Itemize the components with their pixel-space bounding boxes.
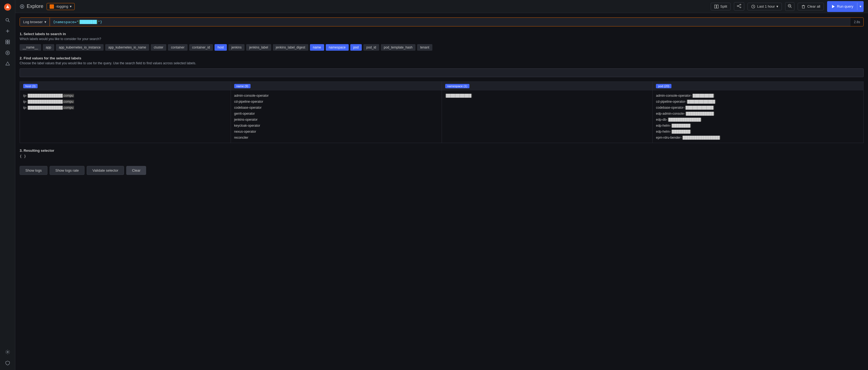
label-tag-cluster[interactable]: cluster	[151, 44, 166, 51]
datasource-selector[interactable]: -logging ▾	[46, 3, 75, 10]
label-tag-container[interactable]: container	[168, 44, 187, 51]
split-button[interactable]: Split	[711, 3, 731, 10]
section-3-title: 3. Resulting selector	[20, 148, 864, 153]
list-item[interactable]: nexus-operator	[231, 129, 442, 135]
sidebar-add[interactable]	[3, 26, 12, 36]
values-search-input[interactable]	[20, 68, 864, 77]
label-tag-pod_id[interactable]: pod_id	[363, 44, 379, 51]
list-item[interactable]: edp-helm-████████	[653, 123, 863, 129]
label-tag-pod_template_hash[interactable]: pod_template_hash	[381, 44, 415, 51]
values-col-pod: pod (20)admin-console-operator-█████████…	[653, 82, 863, 143]
split-label: Split	[720, 4, 727, 8]
show-logs-rate-button[interactable]: Show logs rate	[50, 166, 85, 175]
svg-line-24	[790, 6, 792, 8]
label-tag-container_id[interactable]: container_id	[189, 44, 213, 51]
list-item[interactable]: cd-pipeline-operator	[231, 99, 442, 105]
page-title: Explore	[20, 4, 43, 9]
main-content: Explore -logging ▾ Split	[15, 0, 868, 370]
values-col-items-pod: admin-console-operator-█████████cd-pipel…	[653, 91, 863, 143]
show-logs-button[interactable]: Show logs	[20, 166, 48, 175]
svg-line-3	[8, 21, 9, 22]
badge-namespace: namespace (1)	[445, 84, 469, 88]
values-col-header-host: host (3)	[20, 82, 230, 91]
clock-icon	[751, 4, 755, 9]
section-2-subtitle: Choose the label values that you would l…	[20, 61, 864, 65]
sidebar-dashboards[interactable]	[3, 37, 12, 47]
values-col-namespace: namespace (1)███████████	[442, 82, 653, 143]
list-item[interactable]: ip-███████████████.compu	[20, 93, 230, 99]
list-item[interactable]: admin-console-operator-█████████	[653, 93, 863, 99]
app-logo[interactable]	[3, 2, 12, 12]
list-item[interactable]: ip-███████████████.compu	[20, 99, 230, 105]
list-item[interactable]: reconciler	[231, 135, 442, 141]
time-chevron: ▾	[776, 4, 778, 8]
run-query-button[interactable]: Run query ▾	[827, 1, 864, 12]
sidebar-explore[interactable]	[3, 48, 12, 58]
list-item[interactable]: edp-db-██████████████	[653, 116, 863, 123]
query-response-time: 2.8s	[850, 18, 863, 26]
sidebar-config[interactable]	[3, 347, 12, 357]
label-tags-container: __name__appapp_kubernetes_io_instanceapp…	[20, 44, 864, 51]
label-tag-tenant[interactable]: tenant	[417, 44, 432, 51]
label-tag-namespace[interactable]: namespace	[326, 44, 349, 51]
list-item[interactable]: epm-rdru-bender-████████████████	[653, 135, 863, 141]
svg-point-11	[7, 52, 8, 54]
svg-point-12	[7, 351, 8, 353]
validate-selector-button[interactable]: Validate selector	[87, 166, 124, 175]
svg-point-13	[20, 5, 24, 8]
svg-rect-16	[717, 5, 718, 8]
sidebar-search[interactable]	[3, 15, 12, 25]
clear-all-label: Clear all	[807, 4, 820, 8]
log-browser-toggle[interactable]: Log browser ▾	[20, 18, 50, 26]
log-browser-chevron: ▾	[44, 20, 46, 24]
section-1-title: 1. Select labels to search in	[20, 32, 864, 36]
label-tag-app[interactable]: app	[43, 44, 54, 51]
svg-point-10	[6, 51, 9, 55]
run-query-main[interactable]: Run query	[827, 3, 857, 10]
list-item[interactable]: ███████████	[442, 93, 653, 99]
badge-pod: pod (20)	[656, 84, 672, 88]
list-item[interactable]: keycloak-operator	[231, 123, 442, 129]
time-range-button[interactable]: Last 1 hour ▾	[747, 3, 782, 10]
label-tag-name[interactable]: name	[310, 44, 324, 51]
values-col-items-namespace: ███████████	[442, 91, 653, 101]
list-item[interactable]: edp-admin-console-████████████	[653, 111, 863, 116]
run-query-dropdown[interactable]: ▾	[857, 3, 864, 10]
sidebar-alerts[interactable]	[3, 59, 12, 69]
split-icon	[714, 4, 719, 9]
list-item[interactable]: gerrit-operator	[231, 111, 442, 116]
label-tag-jenkins_label_digest[interactable]: jenkins_label_digest	[273, 44, 308, 51]
label-tag-host[interactable]: host	[215, 44, 227, 51]
sidebar-shield[interactable]	[3, 358, 12, 368]
zoom-out-button[interactable]	[785, 2, 795, 11]
log-browser-label: Log browser	[23, 20, 43, 24]
clear-button[interactable]: Clear	[126, 166, 146, 175]
label-tag-__name__[interactable]: __name__	[20, 44, 41, 51]
values-col-host: host (3)ip-███████████████.compuip-█████…	[20, 82, 231, 143]
time-range-label: Last 1 hour	[757, 4, 775, 8]
svg-point-14	[22, 6, 23, 7]
label-tag-app_kubernetes_io_instance[interactable]: app_kubernetes_io_instance	[56, 44, 103, 51]
list-item[interactable]: codebase-operator-████████████	[653, 105, 863, 111]
label-tag-jenkins_label[interactable]: jenkins_label	[246, 44, 271, 51]
svg-rect-8	[6, 42, 7, 44]
list-item[interactable]: edp-helm-████████	[653, 129, 863, 135]
svg-rect-6	[6, 40, 7, 42]
label-tag-app_kubernetes_io_name[interactable]: app_kubernetes_io_name	[105, 44, 149, 51]
values-col-name: name (9)admin-console-operatorcd-pipelin…	[231, 82, 442, 143]
label-tag-jenkins[interactable]: jenkins	[228, 44, 245, 51]
clear-all-button[interactable]: Clear all	[798, 3, 824, 10]
section-1: 1. Select labels to search in Which labe…	[20, 32, 864, 51]
query-text-static: {namespace="████████"}	[53, 20, 102, 24]
explore-content: Log browser ▾ {namespace="████████"} 2.8…	[15, 13, 868, 370]
share-icon	[737, 4, 741, 8]
list-item[interactable]: cd-pipeline-operator-████████████	[653, 99, 863, 105]
label-tag-pod[interactable]: pod	[350, 44, 362, 51]
list-item[interactable]: jenkins-operator	[231, 116, 442, 123]
share-button[interactable]	[734, 2, 744, 11]
values-columns: host (3)ip-███████████████.compuip-█████…	[20, 81, 864, 143]
list-item[interactable]: codebase-operator	[231, 105, 442, 111]
list-item[interactable]: ip-███████████████.compu	[20, 105, 230, 111]
sidebar	[0, 0, 15, 370]
list-item[interactable]: admin-console-operator	[231, 93, 442, 99]
